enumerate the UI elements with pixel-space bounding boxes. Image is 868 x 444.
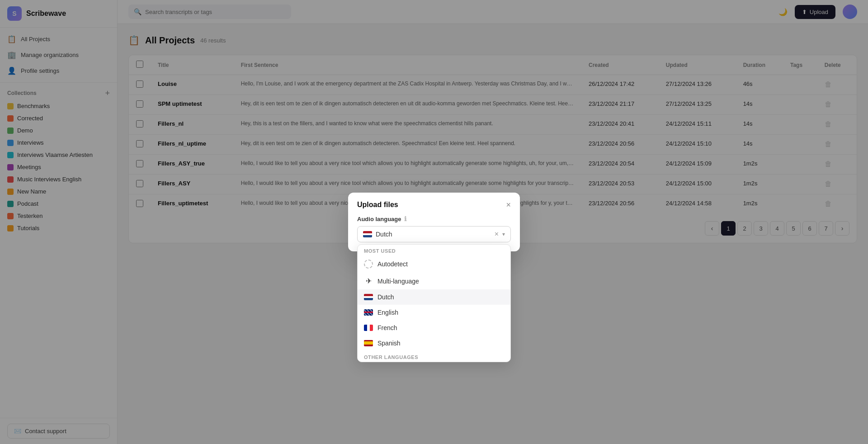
- english-flag: [364, 309, 373, 316]
- autodetect-icon: [364, 260, 373, 269]
- spanish-label: Spanish: [377, 340, 401, 347]
- language-dropdown: MOST USED Autodetect ✈ Multi-language Du…: [357, 244, 511, 362]
- autodetect-label: Autodetect: [377, 260, 408, 268]
- multilang-label: Multi-language: [377, 278, 419, 285]
- dropdown-item-autodetect[interactable]: Autodetect: [358, 255, 510, 273]
- most-used-section-label: MOST USED: [358, 245, 510, 255]
- modal-title: Upload files: [357, 201, 398, 209]
- selected-language-flag: [363, 231, 372, 237]
- modal-backdrop[interactable]: Upload files × Audio language ℹ Dutch × …: [0, 0, 868, 444]
- dutch-label: Dutch: [377, 293, 394, 301]
- audio-language-label: Audio language: [357, 216, 401, 222]
- selected-language-name: Dutch: [376, 231, 495, 238]
- dutch-flag: [364, 294, 373, 300]
- language-select-display[interactable]: Dutch × ▾: [357, 226, 511, 242]
- upload-modal: Upload files × Audio language ℹ Dutch × …: [348, 193, 520, 251]
- french-label: French: [377, 324, 397, 331]
- dropdown-item-french[interactable]: French: [358, 320, 510, 335]
- french-flag: [364, 325, 373, 331]
- modal-close-button[interactable]: ×: [506, 201, 511, 209]
- spanish-flag: [364, 340, 373, 346]
- dropdown-item-dutch[interactable]: Dutch: [358, 289, 510, 305]
- modal-body: Audio language ℹ Dutch × ▾ MOST USED Aut…: [348, 215, 520, 251]
- language-select-wrapper: Dutch × ▾ MOST USED Autodetect ✈ Multi-l…: [357, 226, 511, 242]
- english-label: English: [377, 309, 398, 316]
- dropdown-item-multilanguage[interactable]: ✈ Multi-language: [358, 273, 510, 289]
- language-chevron-icon: ▾: [502, 231, 505, 237]
- info-icon[interactable]: ℹ: [404, 215, 406, 222]
- modal-header: Upload files ×: [348, 193, 520, 215]
- other-languages-section-label: OTHER LANGUAGES: [358, 351, 510, 362]
- dropdown-item-english[interactable]: English: [358, 305, 510, 320]
- dropdown-item-spanish[interactable]: Spanish: [358, 335, 510, 351]
- audio-language-field-label: Audio language ℹ: [357, 215, 511, 222]
- language-clear-button[interactable]: ×: [495, 230, 499, 238]
- multilang-icon: ✈: [364, 277, 373, 285]
